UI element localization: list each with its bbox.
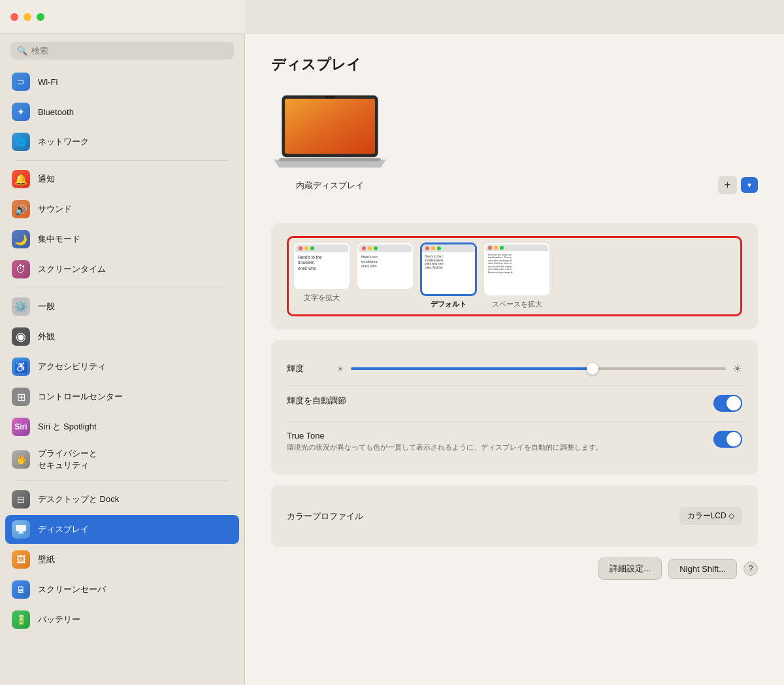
- sidebar-item-general[interactable]: ⚙️ 一般: [5, 292, 239, 321]
- brightness-section: 輝度 ☀ ☀ 輝度を自動調節 True Tone 環境光の状況が異なっても色が一…: [271, 340, 758, 475]
- sidebar-item-privacy[interactable]: 🖐 プライバシーと セキュリティ: [5, 443, 239, 476]
- focus-icon: 🌙: [12, 230, 30, 248]
- sidebar-item-wifi[interactable]: ⊃ Wi-Fi: [5, 67, 239, 96]
- resolution-option-enlarge-text[interactable]: Here's to thetroublemones who 文字を拡大: [294, 243, 350, 309]
- action-buttons: 詳細設定... Night Shift... ?: [271, 558, 758, 580]
- sidebar-item-label: デスクトップと Dock: [38, 493, 119, 505]
- sun-large-icon: ☀: [732, 362, 742, 376]
- sidebar-item-siri[interactable]: Siri Siri と Spotlight: [5, 412, 239, 441]
- svg-rect-0: [16, 525, 26, 531]
- color-profile-select[interactable]: カラーLCD ◇: [679, 507, 742, 525]
- sidebar-item-control[interactable]: ⊞ コントロールセンター: [5, 382, 239, 411]
- screentime-icon: ⏱: [12, 260, 30, 278]
- true-tone-description: 環境光の状況が異なっても色が一貫して表示されるように、ディスプレイを自動的に調整…: [287, 443, 703, 452]
- advanced-settings-button[interactable]: 詳細設定...: [598, 558, 662, 580]
- siri-icon: Siri: [12, 418, 30, 436]
- general-icon: ⚙️: [12, 297, 30, 316]
- sidebar-item-label: Siri と Spotlight: [38, 421, 97, 433]
- sidebar: 🔍 ⊃ Wi-Fi ✦ Bluetooth 🌐 ネットワーク 🔔 通知: [0, 34, 245, 685]
- titlebar: [0, 0, 245, 34]
- sidebar-item-display[interactable]: ディスプレイ: [5, 515, 239, 544]
- sidebar-item-accessibility[interactable]: ♿ アクセシビリティ: [5, 352, 239, 381]
- sidebar-item-bluetooth[interactable]: ✦ Bluetooth: [5, 97, 239, 126]
- night-shift-button[interactable]: Night Shift...: [668, 559, 737, 579]
- traffic-light-yellow[interactable]: [24, 13, 31, 21]
- sidebar-item-label: サウンド: [38, 203, 72, 215]
- svg-rect-1: [19, 531, 23, 533]
- sidebar-item-appearance[interactable]: ◉ 外観: [5, 322, 239, 351]
- help-button[interactable]: ?: [743, 561, 758, 576]
- resolution-option-default[interactable]: Here's to the ctroublemakers.ones who se…: [421, 243, 476, 309]
- sidebar-item-label: プライバシーと セキュリティ: [38, 448, 97, 471]
- wallpaper-icon: 🖼: [12, 550, 30, 569]
- resolution-label: スペースを拡大: [492, 299, 542, 309]
- accessibility-icon: ♿: [12, 358, 30, 376]
- sidebar-item-focus[interactable]: 🌙 集中モード: [5, 225, 239, 254]
- display-name-label: 内蔵ディスプレイ: [296, 180, 364, 192]
- sidebar-item-screensaver[interactable]: 🖥 スクリーンセーバ: [5, 575, 239, 604]
- sidebar-item-battery[interactable]: 🔋 バッテリー: [5, 605, 239, 634]
- sidebar-item-notification[interactable]: 🔔 通知: [5, 165, 239, 193]
- brightness-slider[interactable]: [351, 367, 726, 370]
- svg-rect-7: [279, 158, 380, 161]
- sidebar-item-label: スクリーンタイム: [38, 263, 106, 275]
- resolution-preview-selected: Here's to the ctroublemakers.ones who se…: [421, 243, 476, 295]
- sidebar-item-sound[interactable]: 🔊 サウンド: [5, 195, 239, 224]
- display-chevron-button[interactable]: ▾: [741, 177, 758, 193]
- resolution-label: 文字を拡大: [304, 293, 340, 303]
- svg-rect-2: [18, 533, 24, 534]
- sound-icon: 🔊: [12, 200, 30, 218]
- sidebar-item-label: ディスプレイ: [38, 524, 89, 535]
- display-icon: [12, 520, 30, 539]
- brightness-row: 輝度 ☀ ☀: [287, 353, 742, 386]
- appearance-icon: ◉: [12, 327, 30, 346]
- sidebar-item-label: 壁紙: [38, 554, 55, 565]
- search-bar[interactable]: 🔍: [10, 42, 234, 59]
- color-profile-row: カラープロファイル カラーLCD ◇: [287, 498, 742, 534]
- true-tone-title: True Tone: [287, 431, 703, 441]
- auto-brightness-row: 輝度を自動調節: [287, 386, 742, 422]
- true-tone-toggle[interactable]: [713, 431, 742, 448]
- resolution-preview: Here's to thetroublemones who: [294, 243, 350, 289]
- resolution-preview: Here's to the crazy onetroublemakers. Th…: [484, 243, 549, 295]
- screensaver-icon: 🖥: [12, 580, 30, 599]
- divider: [16, 480, 229, 481]
- traffic-light-red[interactable]: [10, 13, 18, 21]
- divider: [16, 288, 229, 288]
- traffic-light-green[interactable]: [37, 13, 44, 21]
- auto-brightness-label: 輝度を自動調節: [287, 395, 346, 407]
- search-input[interactable]: [31, 46, 227, 56]
- sidebar-item-label: 一般: [38, 301, 55, 312]
- main-content: ディスプレイ: [245, 34, 784, 685]
- sidebar-item-label: バッテリー: [38, 614, 80, 626]
- search-icon: 🔍: [17, 46, 27, 56]
- true-tone-text: True Tone 環境光の状況が異なっても色が一貫して表示されるように、ディス…: [287, 431, 703, 452]
- bluetooth-icon: ✦: [12, 103, 30, 121]
- sidebar-item-screentime[interactable]: ⏱ スクリーンタイム: [5, 255, 239, 284]
- sidebar-item-label: ネットワーク: [38, 136, 89, 148]
- resolution-option-expand-space[interactable]: Here's to the crazy onetroublemakers. Th…: [484, 243, 549, 309]
- svg-rect-6: [325, 95, 335, 99]
- sidebar-item-label: アクセシビリティ: [38, 361, 106, 373]
- sidebar-item-label: 集中モード: [38, 233, 80, 245]
- wifi-icon: ⊃: [12, 73, 30, 91]
- sidebar-items-list: ⊃ Wi-Fi ✦ Bluetooth 🌐 ネットワーク 🔔 通知 🔊 サウンド: [0, 67, 244, 685]
- auto-brightness-toggle[interactable]: [713, 395, 742, 412]
- brightness-label: 輝度: [287, 363, 326, 375]
- privacy-icon: 🖐: [12, 450, 30, 469]
- sidebar-item-label: コントロールセンター: [38, 391, 123, 403]
- resolution-preview: Here's to ttroublemaones who: [357, 243, 413, 289]
- sidebar-item-network[interactable]: 🌐 ネットワーク: [5, 127, 239, 156]
- resolution-option-medium[interactable]: Here's to ttroublemaones who: [357, 243, 413, 309]
- resolution-options-container: Here's to thetroublemones who 文字を拡大: [287, 236, 742, 316]
- divider: [16, 160, 229, 161]
- sidebar-item-wallpaper[interactable]: 🖼 壁紙: [5, 545, 239, 574]
- desktop-icon: ⊟: [12, 490, 30, 509]
- brightness-slider-container: ☀ ☀: [336, 362, 742, 376]
- laptop-illustration: [271, 93, 389, 173]
- svg-rect-5: [285, 99, 374, 154]
- control-icon: ⊞: [12, 388, 30, 406]
- add-display-button[interactable]: +: [718, 176, 737, 194]
- sidebar-item-desktop[interactable]: ⊟ デスクトップと Dock: [5, 485, 239, 514]
- sun-small-icon: ☀: [336, 364, 344, 374]
